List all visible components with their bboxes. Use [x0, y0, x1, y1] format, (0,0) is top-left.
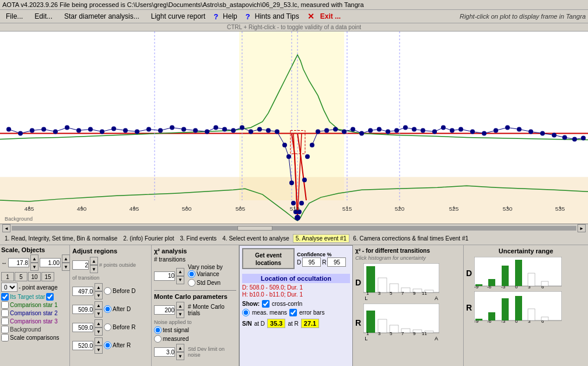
- chi2-hint: Click histogram for uncertainty: [355, 255, 461, 261]
- target-star-cb[interactable]: [1, 293, 9, 301]
- scroll-thumb[interactable]: [237, 226, 272, 231]
- nav-1[interactable]: 1: [1, 272, 14, 281]
- variance-radio[interactable]: [188, 270, 195, 278]
- after-d-radio[interactable]: [104, 305, 111, 313]
- step-4[interactable]: 4. Select event to analyse: [220, 235, 292, 242]
- light-curve-menu[interactable]: Light curve report: [148, 11, 209, 22]
- scale-input-1[interactable]: [8, 258, 29, 267]
- chart-area[interactable]: 485 490 495 500 505 510 515 520 525 530 …: [0, 32, 588, 224]
- d-hist-container[interactable]: 1 3 5 7 9 11 L A: [363, 263, 439, 301]
- scale-up-2[interactable]: ▲: [62, 255, 70, 263]
- svg-text:1: 1: [366, 331, 369, 336]
- monte-carlo-input[interactable]: [154, 305, 175, 315]
- nav-5[interactable]: 5: [15, 272, 27, 281]
- help-menu[interactable]: Help: [219, 11, 241, 22]
- r-uncertainty-chart[interactable]: -9 -6 -3 0 3 6: [474, 291, 562, 323]
- main-chart: 485 490 495 500 505 510 515 520 525 530 …: [0, 32, 588, 224]
- adj-v1-up[interactable]: ▲: [94, 283, 103, 291]
- scale-down-2[interactable]: ▼: [62, 263, 70, 271]
- point-avg-select[interactable]: 0123: [1, 283, 18, 292]
- step-5[interactable]: 5. Analyse event #1: [293, 234, 349, 243]
- svg-point-48: [305, 154, 310, 159]
- star-diameter-menu[interactable]: Star diameter analysis...: [61, 11, 143, 22]
- adj-val2[interactable]: [72, 305, 93, 314]
- test-signal-show-radio[interactable]: [242, 309, 250, 316]
- r-hist-container[interactable]: 1 3 5 7 9 11 L A: [363, 304, 439, 341]
- scroll-left[interactable]: ◄: [2, 224, 10, 232]
- r-l-label: L: [365, 336, 368, 341]
- at-d-label: at D: [254, 320, 265, 327]
- d-conf-input[interactable]: [302, 257, 321, 267]
- trans-up[interactable]: ▲: [176, 268, 184, 276]
- adj-v4-up[interactable]: ▲: [94, 337, 103, 346]
- std-down[interactable]: ▼: [176, 352, 184, 360]
- before-d-radio[interactable]: [104, 287, 111, 295]
- adj-val4[interactable]: [72, 341, 93, 350]
- svg-rect-151: [528, 309, 535, 320]
- svg-rect-102: [366, 266, 375, 292]
- scale-up-1[interactable]: ▲: [30, 255, 38, 263]
- adj-v3-down[interactable]: ▼: [94, 327, 103, 336]
- error-bars-cb[interactable]: [289, 309, 297, 316]
- hints-menu[interactable]: Hints and Tips: [251, 11, 303, 22]
- comp-star-1-cb[interactable]: [1, 301, 9, 309]
- adj-val1[interactable]: [72, 287, 93, 296]
- before-r-radio[interactable]: [104, 323, 111, 331]
- scale-comp-cb[interactable]: [1, 334, 9, 341]
- after-r-radio[interactable]: [104, 341, 111, 349]
- adj-v1-down[interactable]: ▼: [94, 291, 103, 299]
- adj-count-input[interactable]: [72, 260, 89, 270]
- bottom-panel: Scale, Objects ↔ ▲ ▼ ▲ ▼ 1 5 10 15 0123 …: [0, 245, 588, 366]
- r-conf-input[interactable]: [327, 257, 346, 267]
- cross-corr-cb[interactable]: [262, 300, 270, 308]
- comp-star-2-cb[interactable]: [1, 309, 9, 317]
- get-event-btn[interactable]: Get eventlocations: [242, 248, 295, 269]
- adj-v4-down[interactable]: ▼: [94, 346, 103, 354]
- std-up[interactable]: ▲: [176, 344, 184, 352]
- target-star-cb2[interactable]: [46, 293, 54, 301]
- d-uncertainty-chart[interactable]: -9 -6 -3 0 3 6: [474, 257, 562, 289]
- comp-star-3-cb[interactable]: [1, 318, 9, 325]
- nav-15[interactable]: 15: [41, 272, 54, 281]
- transitions-input[interactable]: [154, 271, 175, 281]
- adj-count-up[interactable]: ▲: [90, 257, 98, 265]
- edit-menu[interactable]: Edit...: [31, 11, 56, 22]
- scale-down-1[interactable]: ▼: [30, 263, 38, 271]
- d-histogram[interactable]: 1 3 5 7 9 11: [363, 263, 439, 295]
- mc-down[interactable]: ▼: [176, 310, 184, 318]
- adj-val3-row: ▲ ▼ Before R: [72, 319, 149, 336]
- adj-v3-up[interactable]: ▲: [94, 319, 103, 327]
- scroll-track[interactable]: [12, 226, 576, 231]
- mc-up[interactable]: ▲: [176, 302, 184, 310]
- measured-label: measured: [163, 336, 188, 342]
- d-hist-row: D 1 3 5 7 9 11: [355, 263, 461, 301]
- background-cb[interactable]: [1, 326, 9, 333]
- scale-input-2[interactable]: [40, 258, 61, 267]
- nav-10[interactable]: 10: [28, 272, 41, 281]
- std-dev-input[interactable]: [154, 347, 175, 357]
- step-1[interactable]: 1. Read, Integrity, Set time, Bin & norm…: [2, 235, 120, 242]
- scroll-area[interactable]: ◄ ►: [0, 224, 588, 232]
- noise-applied-label: Noise applied to: [154, 319, 236, 325]
- variance-radio-row: Variance: [188, 270, 223, 278]
- scroll-right[interactable]: ►: [578, 224, 586, 232]
- trans-down[interactable]: ▼: [176, 276, 184, 284]
- r-histogram[interactable]: 1 3 5 7 9 11: [363, 304, 439, 336]
- test-signal-radio[interactable]: [154, 326, 162, 334]
- step-3[interactable]: 3. Find events: [178, 235, 219, 242]
- measured-radio[interactable]: [154, 335, 162, 343]
- file-menu[interactable]: File...: [2, 11, 26, 22]
- adj-count-down[interactable]: ▼: [90, 265, 98, 273]
- exit-group: ✕ Exit ...: [307, 11, 344, 22]
- exit-menu[interactable]: Exit ...: [317, 11, 344, 22]
- step-2[interactable]: 2. (info) Fourier plot: [121, 235, 176, 242]
- comp-star-1-label: Comparison star 1: [10, 302, 58, 308]
- std-devn-radio[interactable]: [188, 279, 195, 287]
- adj-v2-down[interactable]: ▼: [94, 309, 103, 318]
- adj-val3[interactable]: [72, 323, 93, 332]
- adj-v2-up[interactable]: ▲: [94, 301, 103, 309]
- svg-text:Background: Background: [5, 216, 33, 222]
- svg-text:11: 11: [422, 291, 427, 295]
- step-6[interactable]: 6. Camera corrections & final times Even…: [351, 235, 471, 242]
- vary-noise-group: Vary noise by Variance Std Devn: [188, 264, 223, 288]
